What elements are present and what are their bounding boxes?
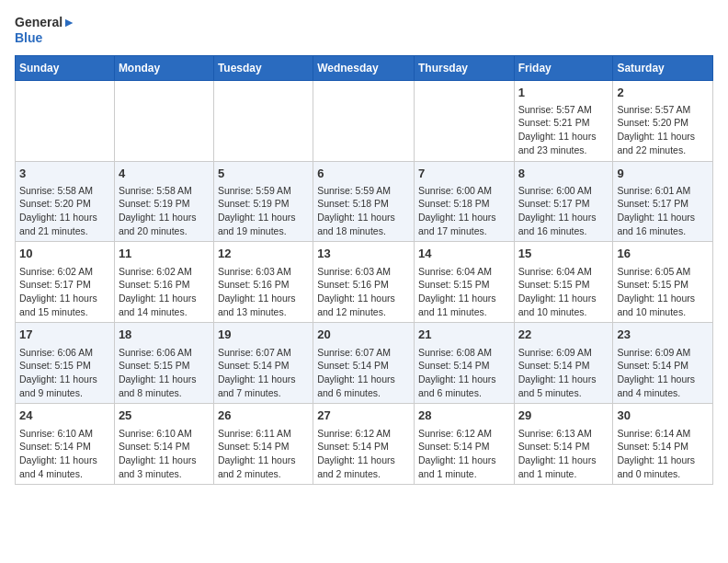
calendar-day-cell: 17Sunrise: 6:06 AM Sunset: 5:15 PM Dayli… — [16, 323, 115, 404]
calendar-day-cell: 12Sunrise: 6:03 AM Sunset: 5:16 PM Dayli… — [213, 242, 313, 323]
weekday-header-thursday: Thursday — [414, 55, 514, 80]
calendar-day-cell: 29Sunrise: 6:13 AM Sunset: 5:14 PM Dayli… — [514, 404, 613, 485]
day-info: Sunrise: 5:57 AM Sunset: 5:21 PM Dayligh… — [518, 103, 609, 157]
day-number: 2 — [617, 85, 709, 101]
day-info: Sunrise: 6:08 AM Sunset: 5:14 PM Dayligh… — [418, 346, 510, 400]
calendar-day-cell: 4Sunrise: 5:58 AM Sunset: 5:19 PM Daylig… — [114, 161, 213, 242]
day-info: Sunrise: 6:10 AM Sunset: 5:14 PM Dayligh… — [119, 427, 210, 481]
weekday-header-sunday: Sunday — [16, 55, 115, 80]
day-info: Sunrise: 6:09 AM Sunset: 5:14 PM Dayligh… — [617, 346, 709, 400]
day-info: Sunrise: 6:12 AM Sunset: 5:14 PM Dayligh… — [317, 427, 410, 481]
day-number: 26 — [218, 408, 309, 424]
day-number: 8 — [518, 166, 609, 182]
day-info: Sunrise: 6:04 AM Sunset: 5:15 PM Dayligh… — [418, 265, 510, 319]
calendar-day-cell: 8Sunrise: 6:00 AM Sunset: 5:17 PM Daylig… — [514, 161, 613, 242]
calendar-day-cell: 14Sunrise: 6:04 AM Sunset: 5:15 PM Dayli… — [414, 242, 514, 323]
calendar-day-cell: 30Sunrise: 6:14 AM Sunset: 5:14 PM Dayli… — [613, 404, 713, 485]
day-number: 23 — [617, 327, 709, 343]
day-info: Sunrise: 6:00 AM Sunset: 5:18 PM Dayligh… — [418, 184, 510, 238]
day-number: 24 — [19, 408, 110, 424]
header: General►Blue — [15, 15, 713, 46]
weekday-header-friday: Friday — [514, 55, 613, 80]
empty-day-cell — [313, 80, 415, 161]
day-number: 12 — [218, 246, 309, 262]
day-number: 10 — [19, 246, 110, 262]
weekday-header-tuesday: Tuesday — [213, 55, 313, 80]
calendar-day-cell: 27Sunrise: 6:12 AM Sunset: 5:14 PM Dayli… — [313, 404, 415, 485]
day-info: Sunrise: 6:13 AM Sunset: 5:14 PM Dayligh… — [518, 427, 609, 481]
calendar-day-cell: 9Sunrise: 6:01 AM Sunset: 5:17 PM Daylig… — [613, 161, 713, 242]
calendar-table: SundayMondayTuesdayWednesdayThursdayFrid… — [15, 55, 713, 486]
calendar-day-cell: 22Sunrise: 6:09 AM Sunset: 5:14 PM Dayli… — [514, 323, 613, 404]
day-number: 17 — [19, 327, 110, 343]
calendar-day-cell: 24Sunrise: 6:10 AM Sunset: 5:14 PM Dayli… — [16, 404, 115, 485]
logo: General►Blue — [15, 15, 75, 46]
day-info: Sunrise: 5:58 AM Sunset: 5:19 PM Dayligh… — [119, 184, 210, 238]
calendar-day-cell: 6Sunrise: 5:59 AM Sunset: 5:18 PM Daylig… — [313, 161, 415, 242]
empty-day-cell — [114, 80, 213, 161]
calendar-day-cell: 19Sunrise: 6:07 AM Sunset: 5:14 PM Dayli… — [213, 323, 313, 404]
calendar-day-cell: 15Sunrise: 6:04 AM Sunset: 5:15 PM Dayli… — [514, 242, 613, 323]
calendar-day-cell: 25Sunrise: 6:10 AM Sunset: 5:14 PM Dayli… — [114, 404, 213, 485]
day-number: 18 — [119, 327, 210, 343]
day-info: Sunrise: 6:14 AM Sunset: 5:14 PM Dayligh… — [617, 427, 709, 481]
day-number: 19 — [218, 327, 309, 343]
day-number: 25 — [119, 408, 210, 424]
day-info: Sunrise: 6:03 AM Sunset: 5:16 PM Dayligh… — [218, 265, 309, 319]
day-info: Sunrise: 6:04 AM Sunset: 5:15 PM Dayligh… — [518, 265, 609, 319]
calendar-week-row: 3Sunrise: 5:58 AM Sunset: 5:20 PM Daylig… — [16, 161, 713, 242]
day-info: Sunrise: 5:59 AM Sunset: 5:19 PM Dayligh… — [218, 184, 309, 238]
calendar-day-cell: 18Sunrise: 6:06 AM Sunset: 5:15 PM Dayli… — [114, 323, 213, 404]
day-number: 6 — [317, 166, 410, 182]
day-info: Sunrise: 5:57 AM Sunset: 5:20 PM Dayligh… — [617, 103, 709, 157]
empty-day-cell — [414, 80, 514, 161]
day-number: 15 — [518, 246, 609, 262]
empty-day-cell — [213, 80, 313, 161]
calendar-week-row: 10Sunrise: 6:02 AM Sunset: 5:17 PM Dayli… — [16, 242, 713, 323]
calendar-day-cell: 2Sunrise: 5:57 AM Sunset: 5:20 PM Daylig… — [613, 80, 713, 161]
day-info: Sunrise: 6:06 AM Sunset: 5:15 PM Dayligh… — [119, 346, 210, 400]
day-number: 16 — [617, 246, 709, 262]
day-info: Sunrise: 6:07 AM Sunset: 5:14 PM Dayligh… — [317, 346, 410, 400]
weekday-header-wednesday: Wednesday — [313, 55, 415, 80]
day-number: 22 — [518, 327, 609, 343]
calendar-week-row: 24Sunrise: 6:10 AM Sunset: 5:14 PM Dayli… — [16, 404, 713, 485]
day-number: 28 — [418, 408, 510, 424]
day-info: Sunrise: 6:03 AM Sunset: 5:16 PM Dayligh… — [317, 265, 410, 319]
day-number: 14 — [418, 246, 510, 262]
calendar-day-cell: 1Sunrise: 5:57 AM Sunset: 5:21 PM Daylig… — [514, 80, 613, 161]
day-info: Sunrise: 6:00 AM Sunset: 5:17 PM Dayligh… — [518, 184, 609, 238]
calendar-day-cell: 5Sunrise: 5:59 AM Sunset: 5:19 PM Daylig… — [213, 161, 313, 242]
calendar-day-cell: 28Sunrise: 6:12 AM Sunset: 5:14 PM Dayli… — [414, 404, 514, 485]
day-info: Sunrise: 6:11 AM Sunset: 5:14 PM Dayligh… — [218, 427, 309, 481]
day-number: 9 — [617, 166, 709, 182]
day-number: 4 — [119, 166, 210, 182]
day-number: 30 — [617, 408, 709, 424]
weekday-header-monday: Monday — [114, 55, 213, 80]
day-info: Sunrise: 6:01 AM Sunset: 5:17 PM Dayligh… — [617, 184, 709, 238]
day-info: Sunrise: 6:06 AM Sunset: 5:15 PM Dayligh… — [19, 346, 110, 400]
calendar-day-cell: 20Sunrise: 6:07 AM Sunset: 5:14 PM Dayli… — [313, 323, 415, 404]
calendar-day-cell: 26Sunrise: 6:11 AM Sunset: 5:14 PM Dayli… — [213, 404, 313, 485]
weekday-header-row: SundayMondayTuesdayWednesdayThursdayFrid… — [16, 55, 713, 80]
calendar-day-cell: 7Sunrise: 6:00 AM Sunset: 5:18 PM Daylig… — [414, 161, 514, 242]
day-info: Sunrise: 5:59 AM Sunset: 5:18 PM Dayligh… — [317, 184, 410, 238]
day-number: 1 — [518, 85, 609, 101]
calendar-day-cell: 23Sunrise: 6:09 AM Sunset: 5:14 PM Dayli… — [613, 323, 713, 404]
day-number: 27 — [317, 408, 410, 424]
day-info: Sunrise: 6:07 AM Sunset: 5:14 PM Dayligh… — [218, 346, 309, 400]
day-info: Sunrise: 6:09 AM Sunset: 5:14 PM Dayligh… — [518, 346, 609, 400]
day-info: Sunrise: 5:58 AM Sunset: 5:20 PM Dayligh… — [19, 184, 110, 238]
calendar-day-cell: 11Sunrise: 6:02 AM Sunset: 5:16 PM Dayli… — [114, 242, 213, 323]
calendar-day-cell: 21Sunrise: 6:08 AM Sunset: 5:14 PM Dayli… — [414, 323, 514, 404]
calendar-day-cell: 3Sunrise: 5:58 AM Sunset: 5:20 PM Daylig… — [16, 161, 115, 242]
day-number: 21 — [418, 327, 510, 343]
calendar-day-cell: 13Sunrise: 6:03 AM Sunset: 5:16 PM Dayli… — [313, 242, 415, 323]
day-info: Sunrise: 6:02 AM Sunset: 5:17 PM Dayligh… — [19, 265, 110, 319]
day-info: Sunrise: 6:05 AM Sunset: 5:15 PM Dayligh… — [617, 265, 709, 319]
day-number: 20 — [317, 327, 410, 343]
day-number: 7 — [418, 166, 510, 182]
logo-text: General►Blue — [15, 15, 75, 46]
weekday-header-saturday: Saturday — [613, 55, 713, 80]
calendar-day-cell: 10Sunrise: 6:02 AM Sunset: 5:17 PM Dayli… — [16, 242, 115, 323]
